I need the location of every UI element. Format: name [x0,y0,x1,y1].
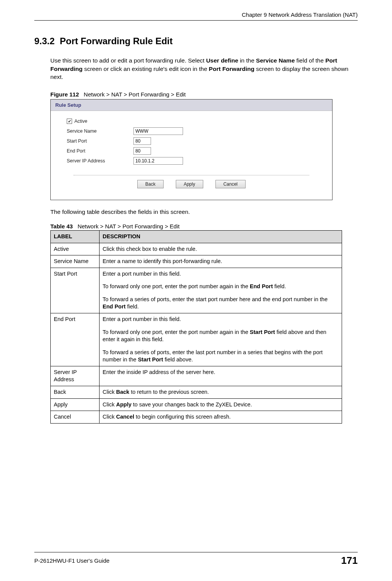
text: To forward a series of ports, enter the … [103,296,328,302]
table-caption-text: Network > NAT > Port Forwarding > Edit [77,223,179,230]
section-number: 9.3.2 [34,36,55,46]
text: to save your changes back to the ZyXEL D… [132,401,252,408]
service-name-input[interactable] [133,127,183,135]
text: field of the [295,57,325,64]
intro-paragraph: Use this screen to add or edit a port fo… [50,56,358,81]
table-row: Start Port Enter a port number in this f… [51,268,342,313]
p: Enter a port number in this field. [103,316,339,323]
cell-label: Start Port [51,268,100,313]
figure-caption-text: Network > NAT > Port Forwarding > Edit [84,91,186,98]
cell-desc: Click Cancel to begin configuring this s… [100,411,342,424]
table-label: Table 43 [50,223,73,230]
text: Use this screen to add or edit a port fo… [50,57,206,64]
text: To forward only one port, enter the port… [103,283,250,289]
table-row: Apply Click Apply to save your changes b… [51,398,342,411]
bold: Port Forwarding [209,66,255,72]
table-row: Server IP Address Enter the inside IP ad… [51,366,342,386]
footer-rule [34,552,358,552]
section-heading: 9.3.2 Port Forwarding Rule Edit [34,36,358,47]
cell-label: Server IP Address [51,366,100,386]
p: To forward a series of ports, enter the … [103,296,339,311]
cell-label: Apply [51,398,100,411]
cancel-button[interactable]: Cancel [215,180,246,188]
bold: Cancel [116,414,134,420]
cell-desc: Click Back to return to the previous scr… [100,386,342,398]
active-checkbox[interactable]: ✔ [67,119,72,124]
bold: Back [116,389,129,395]
active-row: ✔ Active [67,116,328,126]
col-description: DESCRIPTION [100,231,342,243]
service-name-label: Service Name [67,128,133,134]
text: field above. [163,356,193,363]
page-footer: P-2612HWU-F1 User's Guide 171 [34,552,358,567]
end-port-row: End Port [67,146,328,156]
p: Enter a port number in this field. [103,270,339,278]
bold: End Port [250,283,273,289]
start-port-input[interactable] [133,137,151,145]
section-title: Port Forwarding Rule Edit [60,36,173,46]
table-row: Active Click this check box to enable th… [51,243,342,255]
p: To forward a series of ports, enter the … [103,349,339,364]
table-header-row: LABEL DESCRIPTION [51,231,342,243]
text: Click [103,389,116,395]
header-rule [34,20,358,21]
cell-label: End Port [51,313,100,366]
end-port-input[interactable] [133,147,151,155]
service-row: Service Name [67,126,328,136]
cell-label: Service Name [51,255,100,268]
rule-setup-panel: Rule Setup ✔ Active Service Name Start P… [50,99,333,200]
table-row: Cancel Click Cancel to begin configuring… [51,411,342,424]
figure-label: Figure 112 [50,91,79,98]
text: To forward a series of ports, enter the … [103,349,323,363]
footer-guide: P-2612HWU-F1 User's Guide [34,557,109,564]
bold: Start Port [138,356,163,363]
back-button[interactable]: Back [137,180,164,188]
table-intro: The following table describes the fields… [50,209,358,215]
cell-desc: Enter a port number in this field. To fo… [100,313,342,366]
table-caption: Table 43 Network > NAT > Port Forwarding… [50,223,358,230]
chapter-header: Chapter 9 Network Address Translation (N… [34,11,358,18]
col-label: LABEL [51,231,100,243]
p: To forward only one port, enter the port… [103,329,339,343]
rule-setup-title: Rule Setup [51,100,332,111]
text: To forward only one port, enter the port… [103,329,250,335]
bold: Start Port [250,329,275,335]
table-row: Back Click Back to return to the previou… [51,386,342,398]
table-row: End Port Enter a port number in this fie… [51,313,342,366]
bold: End Port [103,303,125,310]
text: in the [238,57,256,64]
text: to return to the previous screen. [129,389,209,395]
server-ip-row: Server IP Address [67,156,328,166]
cell-label: Active [51,243,100,255]
description-table: LABEL DESCRIPTION Active Click this chec… [50,230,342,424]
end-port-label: End Port [67,148,133,154]
footer-page-number: 171 [341,555,358,567]
text: Click [103,414,116,420]
start-port-row: Start Port [67,136,328,146]
apply-button[interactable]: Apply [176,180,203,188]
button-row: Back Apply Cancel [51,180,332,188]
cell-label: Cancel [51,411,100,424]
cell-desc: Enter a port number in this field. To fo… [100,268,342,313]
rule-setup-body: ✔ Active Service Name Start Port End Por… [51,111,332,170]
cell-desc: Click this check box to enable the rule. [100,243,342,255]
server-ip-input[interactable] [133,157,183,165]
bold: Service Name [256,57,295,64]
bold: User define [206,57,238,64]
text: field. [125,303,139,310]
text: to begin configuring this screen afresh. [134,414,231,420]
separator [74,175,309,175]
start-port-label: Start Port [67,138,133,144]
cell-desc: Enter a name to identify this port-forwa… [100,255,342,268]
server-ip-label: Server IP Address [67,158,133,164]
footer-row: P-2612HWU-F1 User's Guide 171 [34,555,358,567]
cell-desc: Click Apply to save your changes back to… [100,398,342,411]
text: Click [103,401,116,408]
figure-caption: Figure 112 Network > NAT > Port Forwardi… [50,91,358,98]
p: To forward only one port, enter the port… [103,283,339,290]
text: field. [273,283,286,289]
bold: Apply [116,401,131,408]
active-label: Active [74,119,87,124]
cell-desc: Enter the inside IP address of the serve… [100,366,342,386]
cell-label: Back [51,386,100,398]
